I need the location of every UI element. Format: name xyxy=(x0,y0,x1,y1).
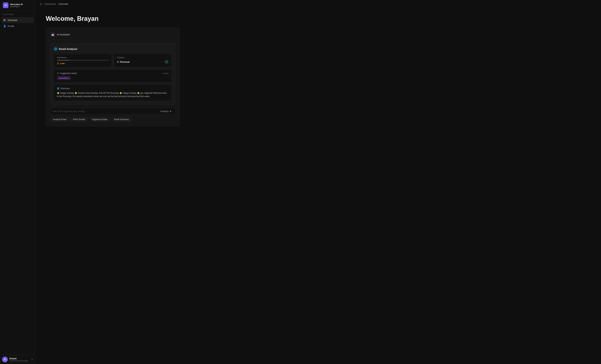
label-tag-newsletters: Newsletters xyxy=(57,76,71,80)
app-subtitle: Email Agent xyxy=(10,6,23,8)
analysis-card-title: 🌐 Email Analysis xyxy=(54,47,171,51)
app-identity: Hercules AI Email Agent xyxy=(10,3,23,8)
category-label: Category xyxy=(117,56,169,59)
email-summary-button[interactable]: Email Summary xyxy=(111,117,131,122)
category-check-icon: ✓ xyxy=(165,60,169,64)
app-name: Hercules AI xyxy=(10,3,23,6)
topbar: ◫ Dashboard › Overview xyxy=(35,0,601,8)
avatar: B xyxy=(2,357,8,362)
importance-value: ⚠ Low xyxy=(57,62,109,65)
send-icon: ➤ xyxy=(170,110,171,112)
sidebar-toggle-icon: ◫ xyxy=(40,2,42,5)
star-icon: ☆ xyxy=(117,61,119,63)
overview-icon: ⊞ xyxy=(3,19,6,21)
importance-progress-bar xyxy=(57,60,109,61)
fetch-emails-button[interactable]: Fetch Emails xyxy=(70,117,88,122)
importance-label: Importance xyxy=(57,56,109,59)
warning-icon: ⚠ xyxy=(57,62,59,65)
importance-progress-fill xyxy=(57,60,70,61)
summary-text: ⭐ Happy Sunday ⭐ Product Hunt Sunday, Fe… xyxy=(57,91,169,98)
labels-title: 🏷 Suggested Labels xyxy=(57,72,77,74)
breadcrumb-current: Overview xyxy=(59,3,68,5)
ask-input[interactable] xyxy=(52,110,157,112)
profile-icon: 👤 xyxy=(3,25,6,28)
sidebar-item-profile[interactable]: 👤 Profile xyxy=(1,23,34,29)
ai-assistant-icon: 🤖 xyxy=(50,32,55,37)
user-name: Brayan xyxy=(10,357,30,360)
analysis-icon: 🌐 xyxy=(54,47,57,51)
breadcrumb-home[interactable]: Dashboard xyxy=(45,3,56,5)
user-footer[interactable]: B Brayan brayanmejiacuenca@g... ⇅ xyxy=(0,355,35,364)
main-content: ◫ Dashboard › Overview Welcome, Brayan 🤖… xyxy=(35,0,601,364)
analyze-button[interactable]: Analyze ➤ xyxy=(159,109,173,113)
platform-section-label: Platform xyxy=(0,11,35,17)
analyze-label: Analyze xyxy=(160,110,169,112)
breadcrumb-chevron-icon: › xyxy=(57,3,58,5)
quick-actions: Analyze Email Fetch Emails Organize Emai… xyxy=(50,117,175,122)
summary-card: 🌐 Summary ⭐ Happy Sunday ⭐ Product Hunt … xyxy=(54,85,171,101)
analyze-email-button[interactable]: Analyze Email xyxy=(50,117,69,122)
category-card: Category ☆ Personal ✓ xyxy=(114,54,171,67)
sidebar-nav: ⊞ Overview 👤 Profile xyxy=(0,17,35,30)
input-area: Analyze ➤ Analyze Email Fetch Emails Org… xyxy=(50,108,175,122)
app-logo: H xyxy=(3,2,9,8)
summary-icon: 🌐 xyxy=(57,87,60,90)
page-title: Welcome, Brayan xyxy=(46,15,591,22)
ask-input-row: Analyze ➤ xyxy=(50,108,175,115)
sidebar-item-overview[interactable]: ⊞ Overview xyxy=(1,17,34,23)
ai-panel: 🤖 AI Assistant 🌐 Email Analysis Importan… xyxy=(46,28,180,126)
ai-panel-title: AI Assistant xyxy=(57,33,70,36)
sidebar: H Hercules AI Email Agent Platform ⊞ Ove… xyxy=(0,0,35,364)
user-email: brayanmejiacuenca@g... xyxy=(10,360,30,362)
ai-panel-header: 🤖 AI Assistant xyxy=(50,32,175,40)
organize-emails-button[interactable]: Organize Emails xyxy=(89,117,110,122)
metrics-row: Importance ⚠ Low Category ☆ xyxy=(54,54,171,67)
importance-card: Importance ⚠ Low xyxy=(54,54,112,67)
page-content: Welcome, Brayan 🤖 AI Assistant 🌐 Email A… xyxy=(35,8,601,364)
email-analysis-card: 🌐 Email Analysis Importance ⚠ Low xyxy=(50,43,175,104)
app-header: H Hercules AI Email Agent xyxy=(0,0,35,11)
tag-icon: 🏷 xyxy=(57,72,59,74)
summary-header: 🌐 Summary xyxy=(57,87,169,90)
suggested-labels-card: 🏷 Suggested Labels 1 labels Newsletters xyxy=(54,70,171,82)
sidebar-toggle-button[interactable]: ◫ xyxy=(39,2,43,6)
sidebar-item-overview-label: Overview xyxy=(8,19,17,21)
chevron-up-down-icon: ⇅ xyxy=(31,358,33,361)
labels-header: 🏷 Suggested Labels 1 labels xyxy=(57,72,169,74)
category-value: ☆ Personal ✓ xyxy=(117,60,169,64)
labels-count: 1 labels xyxy=(162,72,169,74)
sidebar-item-profile-label: Profile xyxy=(8,25,14,28)
breadcrumb: Dashboard › Overview xyxy=(45,3,68,5)
label-tags: Newsletters xyxy=(57,76,169,80)
user-info: Brayan brayanmejiacuenca@g... xyxy=(10,357,30,362)
